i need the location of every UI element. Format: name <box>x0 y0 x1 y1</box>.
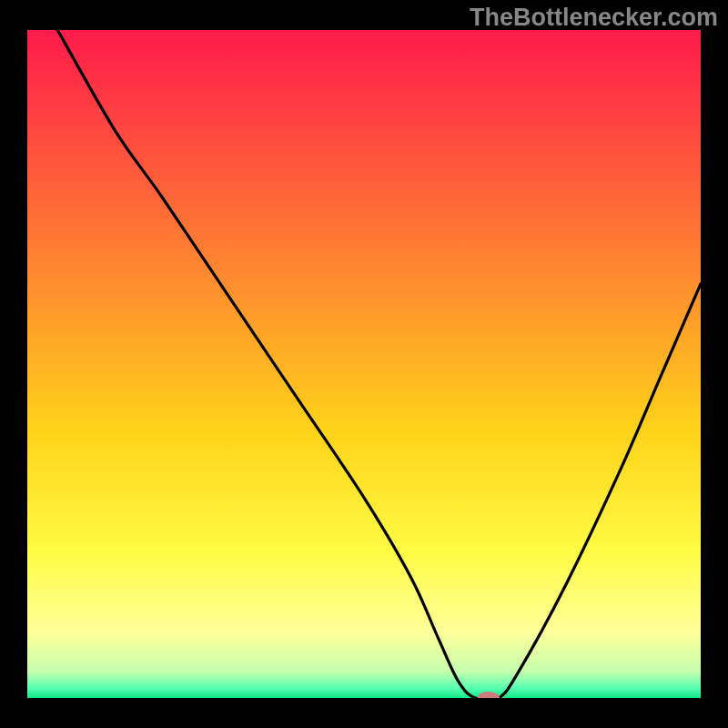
plot-background <box>27 30 701 698</box>
watermark-text: TheBottlenecker.com <box>470 4 718 32</box>
optimal-point-marker <box>478 692 500 704</box>
chart-frame: TheBottlenecker.com <box>0 0 728 728</box>
bottleneck-plot <box>0 0 728 728</box>
